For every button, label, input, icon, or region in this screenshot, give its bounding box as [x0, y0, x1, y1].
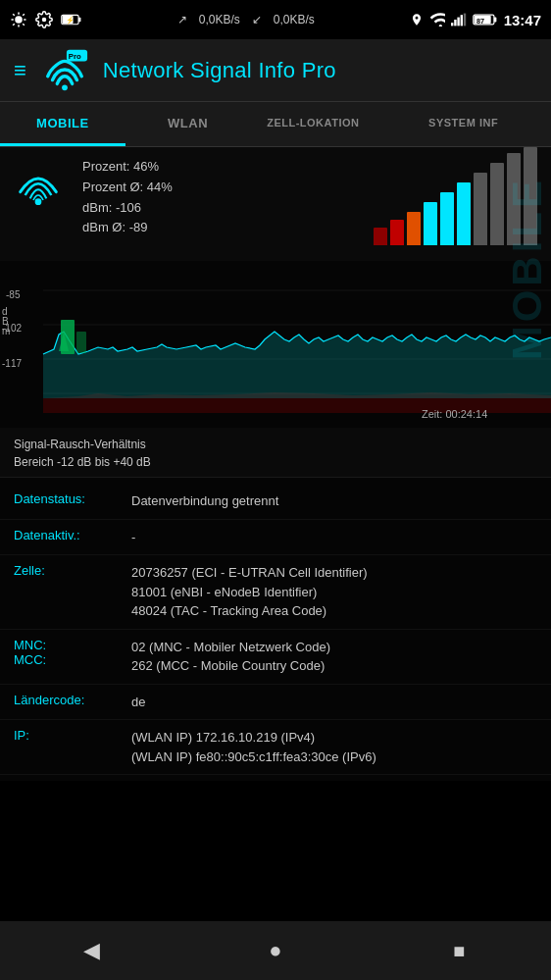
signal-broadcast-icon — [14, 161, 63, 210]
svg-text:Zeit: 00:24:14: Zeit: 00:24:14 — [422, 408, 487, 420]
recents-button[interactable]: ■ — [441, 933, 476, 968]
signal-text-info: Prozent: 46% Prozent Ø: 44% dBm: -106 dB… — [82, 157, 354, 238]
value-ip: (WLAN IP) 172.16.10.219 (IPv4)(WLAN IP) … — [131, 728, 537, 766]
bar-8 — [490, 163, 504, 245]
svg-line-6 — [23, 24, 25, 26]
gear-icon — [35, 11, 53, 28]
upload-indicator: ↗ — [177, 13, 187, 26]
label-datenstatus: Datenstatus: — [14, 491, 131, 506]
download-speed: 0,0KB/s — [274, 13, 315, 26]
label-ip: IP: — [14, 728, 131, 743]
svg-rect-11 — [78, 18, 80, 23]
bar-6 — [457, 182, 471, 245]
svg-line-8 — [13, 24, 15, 26]
bar-10 — [524, 147, 537, 245]
back-icon[interactable]: ◀ — [83, 938, 100, 963]
svg-rect-21 — [494, 18, 496, 23]
svg-rect-15 — [451, 23, 453, 26]
svg-point-9 — [42, 18, 47, 23]
signal-bar-chart — [374, 157, 537, 255]
svg-line-7 — [23, 14, 25, 16]
status-icons-left: ⚡ — [10, 11, 82, 28]
tab-bar: MOBILE WLAN ZELL-LOKATION SYSTEM INF — [0, 102, 551, 147]
bar-7 — [474, 173, 487, 245]
svg-point-14 — [438, 25, 441, 26]
tab-wlan[interactable]: WLAN — [125, 102, 251, 146]
bar-3 — [407, 212, 421, 245]
tab-mobile[interactable]: MOBILE — [0, 102, 125, 146]
wifi-status-icon — [429, 13, 445, 26]
value-datenstatus: Datenverbindung getrennt — [131, 491, 537, 511]
bottom-nav: ◀ ● ■ — [0, 921, 551, 980]
bar-4 — [424, 202, 437, 245]
app-header: ≡ Pro Network Signal Info Pro — [0, 39, 551, 102]
signal-info-text: Signal-Rausch-VerhältnisBereich -12 dB b… — [0, 428, 551, 478]
svg-line-5 — [13, 14, 15, 16]
signal-text-bars: Prozent: 46% Prozent Ø: 44% dBm: -106 dB… — [82, 157, 354, 255]
status-icons-right: 87 13:47 — [410, 12, 541, 28]
row-laendercode: Ländercode: de — [0, 685, 551, 721]
svg-rect-43 — [76, 332, 86, 353]
value-zelle: 20736257 (ECI - E-UTRAN Cell Identifier)… — [131, 563, 537, 621]
battery-charging-icon: ⚡ — [61, 13, 82, 26]
row-mnc: MNC:MCC: 02 (MNC - Mobiler Netzwerk Code… — [0, 630, 551, 685]
graph-area: d B m -85 -102 -117 Zeit: 00:24:14 — [0, 261, 551, 428]
value-datenaktiv: - — [131, 528, 537, 547]
signal-dbm: dBm: -106 — [82, 198, 354, 219]
home-button[interactable]: ● — [258, 933, 293, 968]
signal-dbm-avg: dBm Ø: -89 — [82, 218, 354, 238]
svg-text:87: 87 — [476, 17, 484, 26]
download-indicator: ↙ — [252, 13, 262, 26]
signal-ratio-label: Signal-Rausch-VerhältnisBereich -12 dB b… — [14, 438, 151, 469]
bar-1 — [374, 228, 387, 245]
signal-icon-area — [14, 157, 63, 255]
value-laendercode: de — [131, 693, 537, 712]
label-mnc: MNC:MCC: — [14, 638, 131, 667]
recents-icon[interactable]: ■ — [453, 940, 465, 962]
location-icon — [410, 13, 424, 26]
signal-percent: Prozent: 46% — [82, 157, 354, 178]
home-icon[interactable]: ● — [269, 938, 281, 963]
wifi-logo-icon: Pro — [40, 49, 89, 92]
svg-rect-17 — [457, 18, 459, 26]
svg-point-26 — [62, 84, 68, 90]
svg-point-0 — [15, 16, 23, 24]
menu-button[interactable]: ≡ — [14, 58, 26, 83]
svg-text:-102: -102 — [2, 323, 22, 334]
signal-percent-avg: Prozent Ø: 44% — [82, 178, 354, 198]
clock: 13:47 — [504, 12, 541, 28]
signal-status-icon — [451, 13, 467, 26]
svg-rect-16 — [454, 20, 456, 26]
label-datenaktiv: Datenaktiv.: — [14, 528, 131, 542]
bar-5 — [440, 192, 454, 245]
svg-text:-117: -117 — [2, 358, 22, 369]
info-table: Datenstatus: Datenverbindung getrennt Da… — [0, 478, 551, 781]
tab-zell-lokation[interactable]: ZELL-LOKATION — [250, 102, 376, 146]
row-ip: IP: (WLAN IP) 172.16.10.219 (IPv4)(WLAN … — [0, 720, 551, 775]
status-bar: ⚡ ↗ 0,0KB/s ↙ 0,0KB/s — [0, 0, 551, 39]
tab-system-inf[interactable]: SYSTEM INF — [376, 102, 551, 146]
svg-point-27 — [35, 198, 42, 205]
signal-area: Prozent: 46% Prozent Ø: 44% dBm: -106 dB… — [0, 147, 551, 261]
row-datenaktiv: Datenaktiv.: - — [0, 520, 551, 556]
svg-text:Pro: Pro — [69, 51, 81, 60]
label-laendercode: Ländercode: — [14, 693, 131, 707]
row-zelle: Zelle: 20736257 (ECI - E-UTRAN Cell Iden… — [0, 555, 551, 630]
label-zelle: Zelle: — [14, 563, 131, 578]
row-datenstatus: Datenstatus: Datenverbindung getrennt — [0, 484, 551, 520]
svg-rect-42 — [61, 320, 75, 354]
svg-text:-85: -85 — [6, 289, 21, 300]
value-mnc-mcc: 02 (MNC - Mobiler Netzwerk Code)262 (MCC… — [131, 638, 537, 676]
app-title: Network Signal Info Pro — [103, 58, 336, 83]
app-logo: Pro — [40, 49, 89, 92]
upload-speed: 0,0KB/s — [199, 13, 240, 26]
speed-display: ↗ 0,0KB/s ↙ 0,0KB/s — [177, 13, 315, 26]
back-button[interactable]: ◀ — [75, 933, 110, 968]
brightness-icon — [10, 11, 27, 28]
bar-9 — [507, 153, 521, 245]
svg-text:⚡: ⚡ — [66, 16, 75, 25]
signal-graph: d B m -85 -102 -117 Zeit: 00:24:14 — [0, 261, 551, 428]
svg-rect-18 — [460, 15, 462, 26]
bar-2 — [390, 220, 404, 245]
battery-status-icon: 87 — [473, 13, 498, 26]
